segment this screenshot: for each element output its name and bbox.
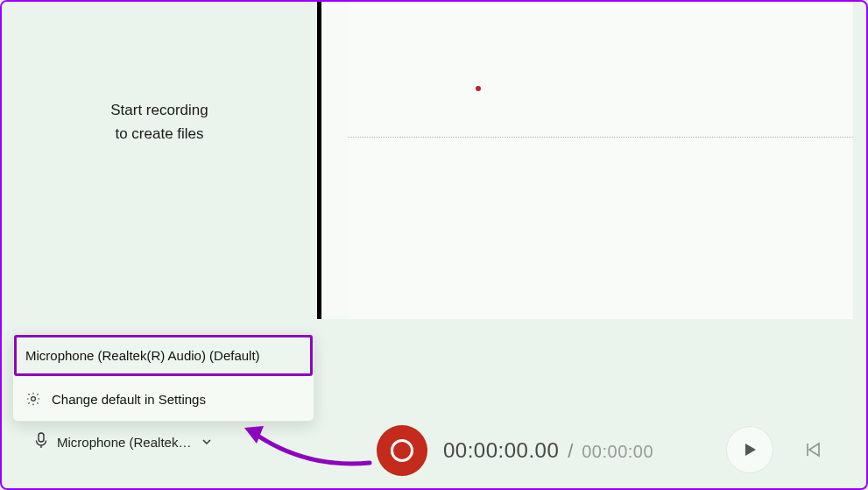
- device-option-label: Microphone (Realtek(R) Audio) (Default): [25, 348, 260, 363]
- empty-state-message: Start recording to create files: [2, 98, 317, 146]
- microphone-icon: [34, 432, 48, 451]
- change-default-label: Change default in Settings: [52, 392, 206, 407]
- gear-icon: [25, 391, 41, 407]
- svg-point-0: [32, 397, 36, 401]
- chevron-down-icon: [201, 437, 212, 447]
- record-time-group: 00:00:00.00 / 00:00:00: [377, 425, 653, 476]
- waveform-inner: [348, 2, 853, 319]
- waveform-center-line: [348, 137, 853, 138]
- time-display: 00:00:00.00 / 00:00:00: [443, 438, 653, 463]
- waveform-canvas: [321, 2, 853, 319]
- skip-back-button[interactable]: [798, 435, 828, 465]
- time-separator: /: [568, 440, 573, 462]
- marker-dot: [476, 86, 481, 91]
- recordings-sidebar: Start recording to create files: [2, 2, 317, 317]
- total-time: 00:00:00: [582, 442, 653, 461]
- play-icon: [742, 442, 758, 458]
- svg-marker-4: [745, 444, 756, 456]
- play-button[interactable]: [726, 426, 773, 473]
- microphone-selector-label: Microphone (Realtek(...: [57, 435, 193, 450]
- playback-controls: [726, 426, 828, 473]
- record-button[interactable]: [377, 425, 427, 476]
- svg-rect-1: [39, 433, 44, 442]
- microphone-device-popup: Microphone (Realtek(R) Audio) (Default) …: [12, 333, 314, 422]
- empty-state-line2: to create files: [115, 125, 203, 142]
- device-option-realtek-default[interactable]: Microphone (Realtek(R) Audio) (Default): [14, 335, 313, 376]
- empty-state-line1: Start recording: [110, 102, 208, 118]
- svg-marker-6: [809, 444, 819, 456]
- current-time: 00:00:00.00: [443, 438, 559, 462]
- microphone-selector[interactable]: Microphone (Realtek(...: [24, 425, 243, 458]
- skip-back-icon: [804, 441, 822, 458]
- record-icon: [391, 439, 413, 462]
